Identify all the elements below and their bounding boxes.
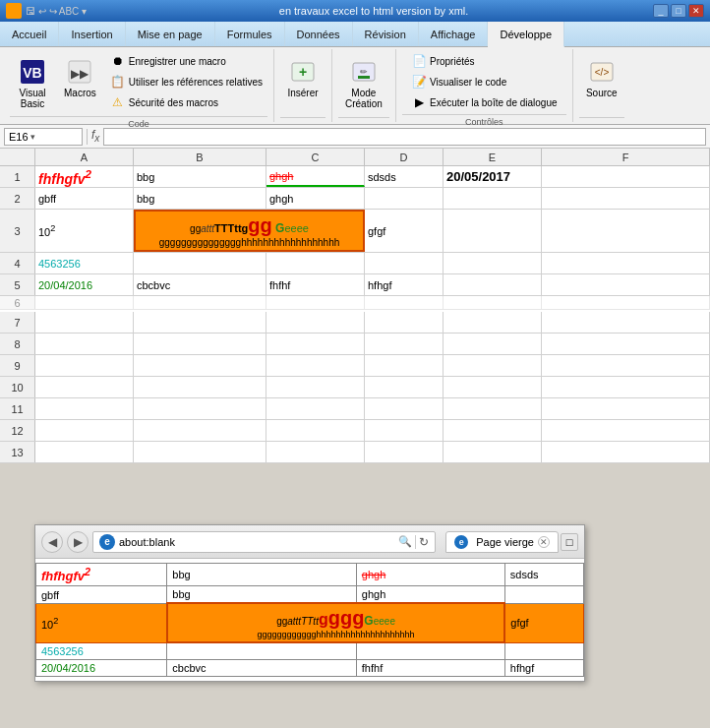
cell-a2[interactable]: gbff	[35, 188, 134, 209]
cell-d4[interactable]	[365, 253, 444, 273]
macros-button[interactable]: ▶▶ Macros	[57, 51, 103, 103]
cell-d5[interactable]: hfhgf	[365, 274, 444, 295]
cell-d9[interactable]	[365, 355, 444, 376]
cell-b4[interactable]	[134, 253, 266, 273]
cell-d6[interactable]	[365, 296, 444, 309]
cell-c6[interactable]	[266, 296, 365, 309]
cell-a11[interactable]	[35, 398, 134, 419]
maximize-btn[interactable]: □	[671, 4, 686, 18]
proprietes-button[interactable]: 📄 Propriétés	[406, 51, 562, 71]
cell-d10[interactable]	[365, 377, 444, 397]
cell-a12[interactable]	[35, 420, 134, 441]
cell-a5[interactable]: 20/04/2016	[35, 274, 134, 295]
cell-a7[interactable]	[35, 312, 134, 333]
cell-f13[interactable]	[542, 442, 710, 462]
refresh-icon[interactable]: ↻	[419, 535, 429, 549]
cell-b7[interactable]	[134, 312, 266, 333]
formula-input[interactable]	[103, 128, 706, 146]
cell-c5[interactable]: fhfhf	[266, 274, 365, 295]
cell-f6[interactable]	[542, 296, 710, 309]
inserer-button[interactable]: + Insérer	[280, 51, 325, 103]
cell-e7[interactable]	[444, 312, 542, 333]
cell-a1[interactable]: fhfhgfv2	[35, 166, 134, 187]
cell-d2[interactable]	[365, 188, 444, 209]
cell-a10[interactable]	[35, 377, 134, 397]
cell-a8[interactable]	[35, 334, 134, 354]
cell-b8[interactable]	[134, 334, 266, 354]
cell-c1[interactable]: ghgh	[266, 166, 365, 187]
cell-e1[interactable]: 20/05/2017	[444, 166, 542, 187]
cell-f11[interactable]	[542, 398, 710, 419]
tab-developpe[interactable]: Développe	[488, 22, 564, 47]
cell-d1[interactable]: sdsds	[365, 166, 444, 187]
cell-e5[interactable]	[444, 274, 542, 295]
cell-e11[interactable]	[444, 398, 542, 419]
tab-mise-en-page[interactable]: Mise en page	[126, 22, 215, 46]
cell-e2[interactable]	[444, 188, 542, 209]
source-button[interactable]: </> Source	[579, 51, 624, 103]
close-btn[interactable]: ✕	[688, 4, 704, 18]
minimize-btn[interactable]: _	[653, 4, 669, 18]
cell-c13[interactable]	[266, 442, 365, 462]
cell-c11[interactable]	[266, 398, 365, 419]
cell-b2[interactable]: bbg	[134, 188, 266, 209]
cell-b1[interactable]: bbg	[134, 166, 266, 187]
cell-c8[interactable]	[266, 334, 365, 354]
cell-d8[interactable]	[365, 334, 444, 354]
cell-e12[interactable]	[444, 420, 542, 441]
cell-e6[interactable]	[444, 296, 542, 309]
tab-close-button[interactable]: ✕	[538, 536, 550, 548]
cell-c10[interactable]	[266, 377, 365, 397]
cell-d7[interactable]	[365, 312, 444, 333]
cell-e4[interactable]	[444, 253, 542, 273]
cell-e9[interactable]	[444, 355, 542, 376]
cell-e10[interactable]	[444, 377, 542, 397]
tab-affichage[interactable]: Affichage	[419, 22, 489, 46]
cell-f9[interactable]	[542, 355, 710, 376]
executer-boite-button[interactable]: ▶ Exécuter la boîte de dialogue	[406, 92, 562, 112]
cell-b9[interactable]	[134, 355, 266, 376]
cell-b11[interactable]	[134, 398, 266, 419]
new-tab-button[interactable]: □	[561, 533, 578, 551]
cell-a3[interactable]: 102	[35, 210, 134, 252]
tab-accueil[interactable]: Accueil	[0, 22, 59, 46]
cell-e13[interactable]	[444, 442, 542, 462]
securite-macros-button[interactable]: ⚠ Sécurité des macros	[105, 92, 267, 112]
url-bar[interactable]: e about:blank 🔍 ↻	[92, 531, 436, 553]
enregistrer-macro-button[interactable]: ⏺ Enregistrer une macro	[105, 51, 267, 71]
tab-donnees[interactable]: Données	[285, 22, 353, 46]
cell-e3[interactable]	[444, 210, 542, 252]
cell-f4[interactable]	[542, 253, 710, 273]
cell-a6[interactable]	[35, 296, 134, 309]
cell-c9[interactable]	[266, 355, 365, 376]
cell-e8[interactable]	[444, 334, 542, 354]
visual-basic-button[interactable]: VB VisualBasic	[10, 51, 55, 114]
cell-c4[interactable]	[266, 253, 365, 273]
cell-d13[interactable]	[365, 442, 444, 462]
cell-d12[interactable]	[365, 420, 444, 441]
forward-button[interactable]: ▶	[67, 531, 89, 553]
cell-f7[interactable]	[542, 312, 710, 333]
cell-f12[interactable]	[542, 420, 710, 441]
cell-f5[interactable]	[542, 274, 710, 295]
visualiser-code-button[interactable]: 📝 Visualiser le code	[406, 72, 562, 91]
cell-b5[interactable]: cbcbvc	[134, 274, 266, 295]
utiliser-references-button[interactable]: 📋 Utiliser les références relatives	[105, 72, 267, 91]
cell-bc3-merged[interactable]: ggatttTTTttggg Geeee ggggggggggggggghhhh…	[134, 210, 365, 252]
browser-tab-page-vierge[interactable]: e Page vierge ✕	[445, 531, 559, 553]
mode-creation-button[interactable]: ✏ ModeCréation	[338, 51, 389, 114]
cell-c2[interactable]: ghgh	[266, 188, 365, 209]
cell-f3[interactable]	[542, 210, 710, 252]
cell-a4[interactable]: 4563256	[35, 253, 134, 273]
cell-f2[interactable]	[542, 188, 710, 209]
cell-f10[interactable]	[542, 377, 710, 397]
cell-d3[interactable]: gfgf	[365, 210, 444, 252]
name-box[interactable]: E16 ▾	[4, 128, 83, 146]
cell-a9[interactable]	[35, 355, 134, 376]
cell-c12[interactable]	[266, 420, 365, 441]
cell-b6[interactable]	[134, 296, 266, 309]
cell-c7[interactable]	[266, 312, 365, 333]
tab-insertion[interactable]: Insertion	[59, 22, 125, 46]
cell-b12[interactable]	[134, 420, 266, 441]
tab-formules[interactable]: Formules	[215, 22, 285, 46]
